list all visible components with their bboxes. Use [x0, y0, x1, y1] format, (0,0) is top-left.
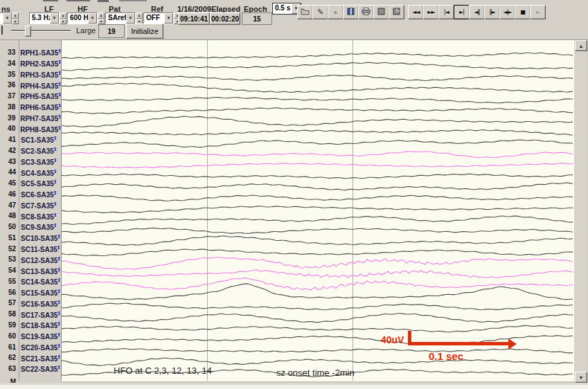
printer-button[interactable] — [358, 5, 374, 19]
stop-button[interactable]: ■ — [515, 5, 531, 19]
channel-label[interactable]: SC16-SA35I — [21, 298, 60, 308]
eeg-trace — [62, 75, 573, 81]
chevron-down-icon[interactable]: ▼ — [3, 13, 12, 24]
channel-label[interactable]: SC22-SA35I — [21, 363, 60, 373]
channel-label[interactable]: SC20-SA35I — [21, 342, 60, 352]
fast-forward-button[interactable]: ►► — [423, 5, 439, 19]
trace-panel[interactable]: HFO at C 2,3, 12, 13, 14 sz onset time -… — [61, 40, 574, 381]
eeg-trace — [62, 98, 573, 103]
vertical-scrollbar[interactable]: ▲ ▼ — [575, 40, 586, 383]
circle-button[interactable]: ● — [328, 5, 344, 19]
hf-spinner[interactable]: ▲▼ — [98, 12, 105, 24]
step-back-button[interactable]: ◄‖ — [469, 5, 485, 19]
channel-row: 63SC22-SA35I — [0, 363, 61, 374]
channel-label[interactable]: RPH2-SA35I — [20, 58, 61, 68]
channel-label[interactable]: SC15-SA35I — [21, 287, 60, 297]
montage-marker-icon: I — [54, 200, 57, 207]
montage-marker-icon: I — [57, 244, 60, 251]
chevron-down-icon[interactable]: ▼ — [50, 13, 59, 24]
channel-row: 60SC19-SA35I — [0, 331, 61, 341]
eeg-trace — [62, 314, 573, 323]
up-arrow-icon: ▲ — [579, 44, 584, 48]
channel-label[interactable]: RPH3-SA35I — [20, 69, 61, 79]
channel-label[interactable]: RPH5-SA35I — [20, 91, 61, 100]
play-button[interactable]: ► — [530, 5, 546, 19]
chevron-down-icon[interactable]: ▼ — [164, 13, 173, 24]
eeg-traces — [62, 40, 574, 381]
channel-label[interactable]: SC8-SA35I — [21, 211, 57, 221]
pat-select[interactable]: SAref ▼ — [105, 12, 136, 24]
sheet-copy-button[interactable] — [389, 5, 404, 19]
montage-marker-icon: I — [54, 178, 57, 185]
step-forward-button[interactable]: ‖► — [484, 5, 500, 19]
channel-label[interactable]: SC12-SA35I — [21, 255, 60, 264]
montage-marker-icon: I — [57, 309, 60, 316]
ref-select[interactable]: OFF ▼ — [143, 12, 174, 24]
channel-label[interactable]: SC3-SA35I — [21, 156, 57, 166]
sens-select[interactable]: V ▼ — [0, 12, 12, 24]
channel-label[interactable]: SC21-SA35I — [21, 353, 60, 363]
channel-label[interactable]: RPH7-SA35I — [20, 113, 61, 123]
time-scale-arrowhead — [508, 338, 517, 350]
eeg-trace — [62, 270, 573, 278]
montage-marker-icon: I — [57, 266, 60, 273]
channel-number: 56 — [0, 289, 16, 296]
notebook-button[interactable] — [343, 5, 359, 19]
scroll-down-button[interactable]: ▼ — [575, 372, 587, 383]
chevron-down-icon[interactable]: ▼ — [88, 13, 97, 24]
channel-label[interactable]: SC7-SA35I — [21, 200, 57, 210]
initialize-button[interactable]: Initialize — [126, 24, 163, 39]
size-field[interactable]: 19 — [98, 24, 125, 38]
pencil-button[interactable]: ✎ — [312, 5, 328, 19]
folder-button[interactable] — [297, 5, 313, 19]
hf-select[interactable]: 600 Hz ▼ — [67, 12, 98, 24]
lf-select[interactable]: 5.3 Hz ▼ — [29, 12, 60, 24]
channel-label[interactable]: SC2-SA35I — [21, 145, 57, 155]
eeg-trace — [62, 140, 573, 147]
eeg-trace — [62, 152, 573, 158]
rewind-button[interactable]: ◄◄ — [408, 5, 424, 19]
page-back-button[interactable]: |◄ — [438, 5, 454, 19]
channel-label[interactable]: RPH6-SA35I — [20, 102, 61, 111]
channel-label[interactable]: SC17-SA35I — [21, 309, 60, 319]
channel-label[interactable]: SC14-SA35I — [21, 276, 60, 286]
channel-label[interactable]: RPH1-SA35I — [20, 47, 61, 57]
channel-row: 62SC21-SA35I — [0, 352, 61, 363]
channel-label[interactable]: RPH4-SA35I — [20, 80, 61, 90]
epoch-value: 15 — [242, 12, 272, 25]
center-button[interactable]: ◄|► — [499, 5, 515, 19]
zoom-slider-handle[interactable] — [25, 26, 31, 37]
zoom-slider-track[interactable] — [11, 30, 71, 32]
channel-row: 46SC6-SA35I — [0, 189, 61, 199]
montage-marker-icon: I — [54, 134, 57, 141]
channel-label[interactable]: SC11-SA35I — [21, 244, 60, 253]
pat-spinner[interactable]: ▲▼ — [136, 12, 143, 24]
time-button[interactable]: 09:10:41 — [178, 12, 210, 25]
sens-spinner[interactable]: ▲▼ — [12, 12, 19, 24]
channel-label[interactable]: SC10-SA35I — [21, 233, 60, 242]
channel-label[interactable]: SC13-SA35I — [21, 266, 60, 275]
channel-label[interactable]: SC19-SA35I — [21, 331, 60, 341]
chevron-down-icon[interactable]: ▼ — [126, 13, 135, 24]
channel-row: 53SC12-SA35I — [0, 254, 61, 264]
scroll-up-button[interactable]: ▲ — [575, 40, 587, 51]
desktop-strip — [0, 385, 588, 389]
eeg-trace — [62, 303, 573, 309]
lf-spinner[interactable]: ▲▼ — [60, 12, 66, 24]
channel-number: 34 — [0, 60, 15, 67]
sheet-button[interactable] — [373, 5, 389, 19]
channel-label[interactable]: SC5-SA35I — [21, 178, 57, 188]
page-forward-button[interactable]: ►| — [454, 5, 470, 19]
montage-marker-icon: I — [57, 363, 60, 370]
lf-value: 5.3 Hz — [30, 13, 50, 24]
channel-number: 54 — [0, 266, 16, 274]
channel-number: 48 — [0, 212, 16, 219]
montage-marker-icon: I — [54, 189, 57, 196]
channel-label[interactable]: SC9-SA35I — [21, 221, 57, 231]
channel-label[interactable]: SC18-SA35I — [21, 320, 60, 329]
channel-label[interactable]: SC1-SA35I — [21, 134, 57, 144]
elapsed-button[interactable]: 00:02:20 — [210, 12, 240, 25]
channel-label[interactable]: SC6-SA35I — [21, 189, 57, 199]
channel-label[interactable]: SC4-SA35I — [21, 168, 57, 177]
channel-label[interactable]: RPH8-SA35I — [20, 124, 61, 134]
